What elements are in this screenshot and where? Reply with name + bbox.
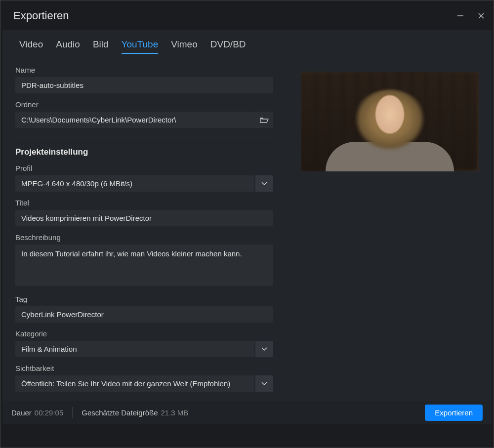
filesize-value: 21.3 MB bbox=[161, 408, 189, 417]
profile-value: MPEG-4 640 x 480/30p (6 MBit/s) bbox=[15, 175, 254, 192]
filesize-label: Geschätzte Dateigröße bbox=[82, 408, 158, 417]
footer-divider bbox=[72, 407, 73, 418]
form-column: Name Ordner Projekteinstellung Profil MP… bbox=[15, 66, 273, 392]
chevron-down-icon bbox=[261, 382, 267, 386]
visibility-label: Sichtbarkeit bbox=[15, 364, 273, 372]
category-label: Kategorie bbox=[15, 329, 273, 338]
window-controls bbox=[457, 12, 485, 19]
folder-label: Ordner bbox=[15, 100, 273, 109]
visibility-value: Öffentlich: Teilen Sie Ihr Video mit der… bbox=[15, 375, 254, 392]
footer: Dauer00:29:05 Geschätzte Dateigröße21.3 … bbox=[2, 401, 492, 424]
duration-label: Dauer bbox=[11, 408, 32, 417]
tab-vimeo[interactable]: Vimeo bbox=[171, 39, 198, 54]
visibility-dropdown-button[interactable] bbox=[255, 375, 273, 392]
preview-column bbox=[288, 66, 479, 392]
folder-input[interactable] bbox=[15, 112, 255, 128]
name-input[interactable] bbox=[15, 77, 273, 93]
project-settings-heading: Projekteinstellung bbox=[15, 147, 273, 157]
content-area: Video Audio Bild YouTube Vimeo DVD/BD Na… bbox=[2, 30, 492, 424]
video-preview bbox=[301, 72, 479, 171]
tab-dvdbd[interactable]: DVD/BD bbox=[210, 39, 246, 54]
tab-audio[interactable]: Audio bbox=[56, 39, 80, 54]
chevron-down-icon bbox=[261, 347, 267, 351]
description-input[interactable] bbox=[15, 244, 273, 286]
visibility-select[interactable]: Öffentlich: Teilen Sie Ihr Video mit der… bbox=[15, 375, 273, 392]
duration-value: 00:29:05 bbox=[35, 408, 63, 417]
name-label: Name bbox=[15, 66, 273, 74]
title-input[interactable] bbox=[15, 210, 273, 226]
profile-label: Profil bbox=[15, 164, 273, 172]
separator bbox=[15, 137, 273, 137]
tag-input[interactable] bbox=[15, 306, 273, 323]
tab-video[interactable]: Video bbox=[19, 39, 43, 54]
window-title: Exportieren bbox=[13, 9, 69, 22]
category-select[interactable]: Film & Animation bbox=[15, 341, 273, 357]
close-button[interactable] bbox=[478, 12, 485, 19]
tab-bild[interactable]: Bild bbox=[93, 39, 109, 54]
browse-folder-button[interactable] bbox=[255, 112, 273, 128]
profile-select[interactable]: MPEG-4 640 x 480/30p (6 MBit/s) bbox=[15, 175, 273, 192]
tab-youtube[interactable]: YouTube bbox=[122, 39, 159, 54]
category-value: Film & Animation bbox=[15, 341, 254, 357]
tag-label: Tag bbox=[15, 295, 273, 303]
folder-open-icon bbox=[260, 117, 269, 123]
titlebar: Exportieren bbox=[0, 0, 494, 30]
minimize-button[interactable] bbox=[457, 12, 464, 19]
category-dropdown-button[interactable] bbox=[255, 341, 273, 357]
title-label: Titel bbox=[15, 199, 273, 207]
profile-dropdown-button[interactable] bbox=[255, 175, 273, 192]
export-button[interactable]: Exportieren bbox=[425, 405, 483, 421]
chevron-down-icon bbox=[261, 182, 267, 186]
tabs: Video Audio Bild YouTube Vimeo DVD/BD bbox=[19, 39, 479, 54]
description-label: Beschreibung bbox=[15, 233, 273, 242]
